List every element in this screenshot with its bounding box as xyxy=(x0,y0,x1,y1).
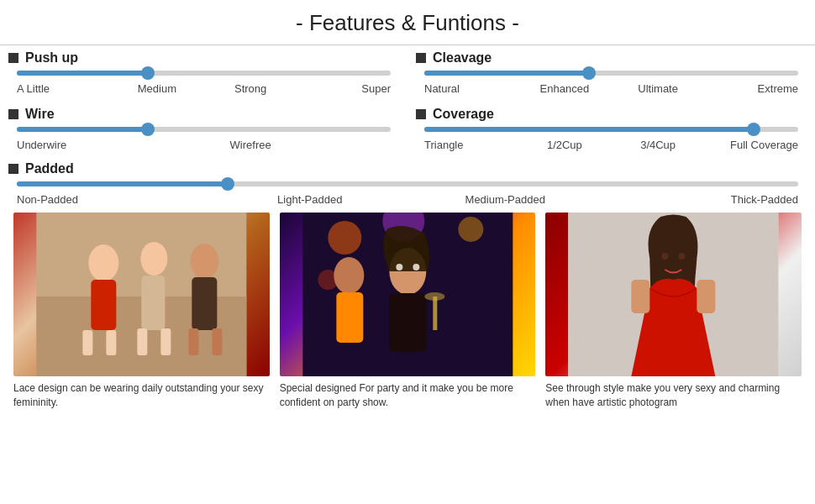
wire-label-3: Wirefree xyxy=(204,139,297,151)
wire-label-1: Underwire xyxy=(17,139,110,151)
pushup-slider-track[interactable] xyxy=(17,71,391,76)
cleavage-icon xyxy=(416,53,426,63)
padded-section: Padded Non-Padded Light-Padded Medium-Pa… xyxy=(0,158,815,206)
svg-point-6 xyxy=(140,242,167,276)
cleavage-slider-fill xyxy=(424,71,589,76)
cleavage-label-1: Natural xyxy=(424,82,518,95)
coverage-label-1: Triangle xyxy=(424,139,518,151)
svg-rect-20 xyxy=(389,293,426,352)
pushup-slider-thumb[interactable] xyxy=(141,66,155,80)
pushup-label-4: Super xyxy=(297,82,391,95)
svg-rect-30 xyxy=(632,280,650,313)
padded-slider-fill xyxy=(17,181,228,186)
pushup-icon xyxy=(8,53,18,63)
image-item-1: Lace design can be wearing daily outstan… xyxy=(13,213,270,410)
padded-label-4: Thick-Padded xyxy=(603,193,799,206)
cleavage-slider-thumb[interactable] xyxy=(582,66,596,80)
coverage-slider-fill xyxy=(424,127,754,132)
svg-rect-9 xyxy=(160,328,171,355)
svg-rect-3 xyxy=(91,280,116,330)
cleavage-label-2: Enhanced xyxy=(518,82,611,95)
wire-label-2 xyxy=(110,139,203,151)
image-caption-1: Lace design can be wearing daily outstan… xyxy=(13,381,270,410)
svg-point-33 xyxy=(679,253,686,260)
wire-icon xyxy=(8,109,18,119)
padded-slider-thumb[interactable] xyxy=(221,177,234,191)
svg-rect-8 xyxy=(137,328,147,355)
photo-2 xyxy=(280,213,536,376)
cleavage-labels: Natural Enhanced Ultimate Extreme xyxy=(424,79,798,95)
svg-point-26 xyxy=(413,264,419,270)
svg-rect-24 xyxy=(336,292,363,343)
coverage-labels: Triangle 1/2Cup 3/4Cup Full Coverage xyxy=(424,135,798,151)
padded-label: Padded xyxy=(8,161,807,176)
svg-rect-4 xyxy=(82,330,92,355)
page-title: - Features & Funtions - xyxy=(0,0,815,45)
padded-icon xyxy=(8,164,18,174)
padded-labels: Non-Padded Light-Padded Medium-Padded Th… xyxy=(17,190,798,206)
image-item-3: See through style make you very sexy and… xyxy=(545,213,802,410)
cleavage-slider-track[interactable] xyxy=(424,71,798,76)
images-section: Lace design can be wearing daily outstan… xyxy=(0,206,815,410)
image-caption-3: See through style make you very sexy and… xyxy=(545,381,802,410)
cleavage-label-4: Extreme xyxy=(705,82,798,95)
wire-label: Wire xyxy=(8,107,399,122)
coverage-section: Coverage Triangle 1/2Cup 3/4Cup Full Cov… xyxy=(408,102,815,158)
image-caption-2: Special designed For party and it make y… xyxy=(280,381,536,410)
pushup-label-3: Strong xyxy=(204,82,297,95)
cleavage-section: Cleavage Natural Enhanced Ultimate Extre… xyxy=(408,45,815,102)
padded-label-1: Non-Padded xyxy=(17,193,213,206)
wire-section: Wire Underwire Wirefree xyxy=(0,102,408,158)
svg-rect-31 xyxy=(697,280,716,313)
coverage-label-2: 1/2Cup xyxy=(518,139,611,151)
svg-point-15 xyxy=(328,221,361,255)
pushup-slider-fill xyxy=(17,71,148,76)
wire-slider-thumb[interactable] xyxy=(141,123,155,136)
wire-slider-track[interactable] xyxy=(17,127,391,132)
svg-point-25 xyxy=(396,264,402,270)
svg-rect-12 xyxy=(188,328,198,355)
svg-rect-13 xyxy=(212,328,222,355)
coverage-label-3: 3/4Cup xyxy=(612,139,705,151)
pushup-labels: A Little Medium Strong Super xyxy=(17,79,391,95)
pushup-label: Push up xyxy=(8,50,399,66)
svg-point-22 xyxy=(424,292,444,301)
cleavage-label: Cleavage xyxy=(416,50,807,66)
svg-point-2 xyxy=(88,244,118,281)
cleavage-label-3: Ultimate xyxy=(612,82,705,95)
padded-label-2: Light-Padded xyxy=(213,193,408,206)
svg-rect-5 xyxy=(106,330,116,355)
wire-slider-fill xyxy=(17,127,148,132)
svg-point-10 xyxy=(190,244,218,279)
coverage-label-4: Full Coverage xyxy=(705,139,798,151)
coverage-label: Coverage xyxy=(416,107,807,122)
wire-label-4 xyxy=(297,139,391,151)
padded-label-3: Medium-Padded xyxy=(408,193,603,206)
pushup-label-1: A Little xyxy=(17,82,110,95)
svg-rect-21 xyxy=(433,297,437,330)
coverage-slider-thumb[interactable] xyxy=(747,123,760,136)
wire-labels: Underwire Wirefree xyxy=(17,135,391,151)
svg-point-16 xyxy=(458,217,483,242)
svg-point-32 xyxy=(662,253,669,260)
svg-rect-7 xyxy=(141,276,165,330)
pushup-section: Push up A Little Medium Strong Super xyxy=(0,45,408,102)
image-item-2: Special designed For party and it make y… xyxy=(280,213,536,410)
photo-1 xyxy=(13,213,270,376)
svg-rect-11 xyxy=(192,277,217,330)
svg-point-23 xyxy=(334,257,364,294)
coverage-icon xyxy=(416,109,426,119)
padded-slider-track[interactable] xyxy=(17,181,798,186)
photo-3 xyxy=(545,213,802,376)
pushup-label-2: Medium xyxy=(110,82,203,95)
coverage-slider-track[interactable] xyxy=(424,127,798,132)
